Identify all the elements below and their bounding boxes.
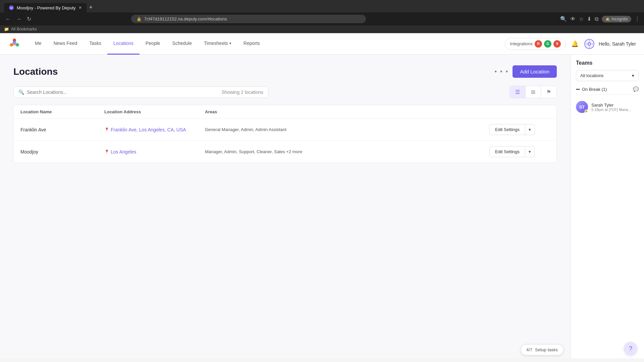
card-view-icon: ⊞ bbox=[531, 89, 535, 95]
map-view-button[interactable]: ⚑ bbox=[541, 86, 556, 98]
member-avatar-sarah: ST bbox=[576, 101, 588, 113]
svg-point-11 bbox=[588, 43, 590, 45]
location-name-1: Franklin Ave bbox=[20, 127, 104, 132]
showing-count: Showing 2 locations bbox=[221, 89, 263, 95]
member-info-sarah: Sarah Tyler 5:18pm at [7CF] Mana... bbox=[591, 103, 639, 112]
list-view-button[interactable]: ☰ bbox=[510, 86, 526, 98]
search-container: 🔍 Showing 2 locations bbox=[13, 86, 268, 98]
setup-tasks-progress: 4/7 bbox=[526, 347, 532, 352]
col-header-name: Location Name bbox=[20, 109, 104, 114]
setup-tasks-bar[interactable]: 4/7 Setup tasks bbox=[521, 344, 564, 355]
action-group-1: Edit Settings ▾ bbox=[489, 124, 550, 135]
location-address-1: 📍 Franklin Ave, Los Angeles, CA, USA bbox=[104, 127, 205, 132]
status-dot-sarah bbox=[585, 110, 588, 113]
nav-item-tasks[interactable]: Tasks bbox=[83, 33, 107, 55]
table-row: Franklin Ave 📍 Franklin Ave, Los Angeles… bbox=[14, 119, 556, 141]
teams-panel: Teams All locations ▾ On Break (1) 💬 ST bbox=[570, 55, 644, 358]
forward-button[interactable]: → bbox=[15, 15, 23, 23]
search-browser-button[interactable]: 🔍 bbox=[560, 16, 567, 22]
col-header-address: Location Address bbox=[104, 109, 205, 114]
action-group-2: Edit Settings ▾ bbox=[489, 146, 550, 157]
tab-close-button[interactable]: ✕ bbox=[78, 5, 82, 10]
lock-icon: 🔒 bbox=[137, 17, 142, 21]
pin-icon-2: 📍 bbox=[104, 149, 109, 154]
location-address-text-1[interactable]: Franklin Ave, Los Angeles, CA, USA bbox=[111, 127, 186, 132]
header-actions: • • • Add Location bbox=[494, 65, 557, 78]
logo-icon bbox=[8, 37, 21, 50]
browser-bar: ← → ↻ 🔒 7cf47d19112152.na.deputy.com/#lo… bbox=[0, 12, 644, 25]
incognito-label: Incognito bbox=[611, 17, 628, 21]
svg-text:M: M bbox=[10, 6, 13, 10]
notification-bell-button[interactable]: 🔔 bbox=[570, 39, 580, 49]
table-row: Moodjoy 📍 Los Angeles Manager, Admin, Su… bbox=[14, 141, 556, 163]
table-header: Location Name Location Address Areas bbox=[14, 105, 556, 119]
nav-item-news-feed[interactable]: News Feed bbox=[47, 33, 83, 55]
nav-item-me[interactable]: Me bbox=[29, 33, 47, 55]
settings-icon[interactable] bbox=[584, 39, 595, 49]
user-greeting: Hello, Sarah Tyler bbox=[599, 41, 636, 47]
more-options-button[interactable]: • • • bbox=[494, 68, 508, 75]
card-view-button[interactable]: ⊞ bbox=[526, 86, 541, 98]
new-tab-button[interactable]: + bbox=[87, 3, 96, 12]
bookmarks-folder-icon: 📁 bbox=[4, 27, 9, 32]
areas-2: Manager, Admin, Support, Cleaner, Sales … bbox=[205, 149, 489, 154]
nav-item-reports[interactable]: Reports bbox=[237, 33, 266, 55]
nav-item-schedule[interactable]: Schedule bbox=[166, 33, 198, 55]
logo[interactable] bbox=[8, 37, 21, 51]
dropdown-arrow-icon-2: ▾ bbox=[529, 149, 531, 154]
location-address-text-2[interactable]: Los Angeles bbox=[111, 149, 136, 155]
address-bar[interactable]: 🔒 7cf47d19112152.na.deputy.com/#location… bbox=[131, 15, 366, 23]
main-area: Locations • • • Add Location 🔍 Showing 2… bbox=[0, 55, 644, 358]
edit-settings-dropdown-2[interactable]: ▾ bbox=[525, 146, 535, 157]
nav-items: Me News Feed Tasks Locations People Sche… bbox=[29, 33, 505, 55]
integrations-button[interactable]: Integrations R G 9 bbox=[505, 38, 566, 50]
dropdown-arrow-icon-1: ▾ bbox=[529, 127, 531, 132]
on-break-label: On Break (1) bbox=[582, 87, 607, 92]
integrations-label: Integrations bbox=[510, 41, 533, 46]
map-view-icon: ⚑ bbox=[546, 89, 551, 95]
page-header: Locations • • • Add Location bbox=[13, 65, 557, 78]
incognito-icon: 🕵 bbox=[605, 17, 610, 21]
chat-icon[interactable]: 💬 bbox=[633, 86, 639, 92]
avatar-initials-sarah: ST bbox=[579, 105, 585, 110]
download-button[interactable]: ⬇ bbox=[587, 16, 591, 22]
member-status-sarah: 5:18pm at [7CF] Mana... bbox=[591, 108, 639, 112]
teams-dropdown-label: All locations bbox=[580, 73, 603, 78]
reload-button[interactable]: ↻ bbox=[25, 14, 33, 23]
member-name-sarah: Sarah Tyler bbox=[591, 103, 639, 108]
content-panel: Locations • • • Add Location 🔍 Showing 2… bbox=[0, 55, 570, 358]
extensions-button[interactable]: ⧉ bbox=[595, 16, 598, 22]
app-container: Me News Feed Tasks Locations People Sche… bbox=[0, 33, 644, 358]
browser-tabs: M Moodjoy - Powered By Deputy ✕ + bbox=[4, 3, 640, 12]
back-button[interactable]: ← bbox=[4, 15, 12, 23]
reader-button[interactable]: 👁 bbox=[570, 16, 576, 22]
on-break-header: On Break (1) 💬 bbox=[576, 86, 639, 95]
help-icon: ? bbox=[629, 345, 632, 352]
edit-settings-button-1[interactable]: Edit Settings bbox=[489, 124, 525, 135]
setup-tasks-label: Setup tasks bbox=[535, 347, 558, 352]
nav-item-locations[interactable]: Locations bbox=[107, 33, 140, 55]
integration-avatar-1: R bbox=[535, 40, 542, 48]
team-member-item: ST Sarah Tyler 5:18pm at [7CF] Mana... bbox=[576, 98, 639, 116]
search-input[interactable] bbox=[27, 89, 219, 95]
teams-location-dropdown[interactable]: All locations ▾ bbox=[576, 70, 639, 81]
incognito-badge: 🕵 Incognito bbox=[602, 16, 631, 22]
timesheets-dropdown-arrow: ▾ bbox=[229, 41, 231, 46]
areas-1: General Manager, Admin, Admin Assistant bbox=[205, 127, 489, 132]
col-header-areas: Areas bbox=[205, 109, 489, 114]
nav-item-people[interactable]: People bbox=[140, 33, 166, 55]
bookmark-button[interactable]: ☆ bbox=[579, 16, 584, 22]
edit-settings-button-2[interactable]: Edit Settings bbox=[489, 146, 525, 157]
nav-right: Integrations R G 9 🔔 Hello, Sarah Tyler bbox=[505, 38, 636, 50]
menu-button[interactable]: ⋮ bbox=[635, 16, 640, 22]
edit-settings-dropdown-1[interactable]: ▾ bbox=[525, 124, 535, 135]
bookmarks-bar: 📁 All Bookmarks bbox=[0, 25, 644, 33]
help-button[interactable]: ? bbox=[624, 342, 637, 355]
break-indicator-icon bbox=[576, 89, 580, 90]
pin-icon-1: 📍 bbox=[104, 127, 109, 132]
nav-item-timesheets[interactable]: Timesheets ▾ bbox=[198, 33, 237, 55]
active-tab[interactable]: M Moodjoy - Powered By Deputy ✕ bbox=[4, 3, 87, 12]
browser-chrome: M Moodjoy - Powered By Deputy ✕ + bbox=[0, 0, 644, 12]
teams-title: Teams bbox=[576, 60, 639, 66]
add-location-button[interactable]: Add Location bbox=[513, 65, 557, 78]
